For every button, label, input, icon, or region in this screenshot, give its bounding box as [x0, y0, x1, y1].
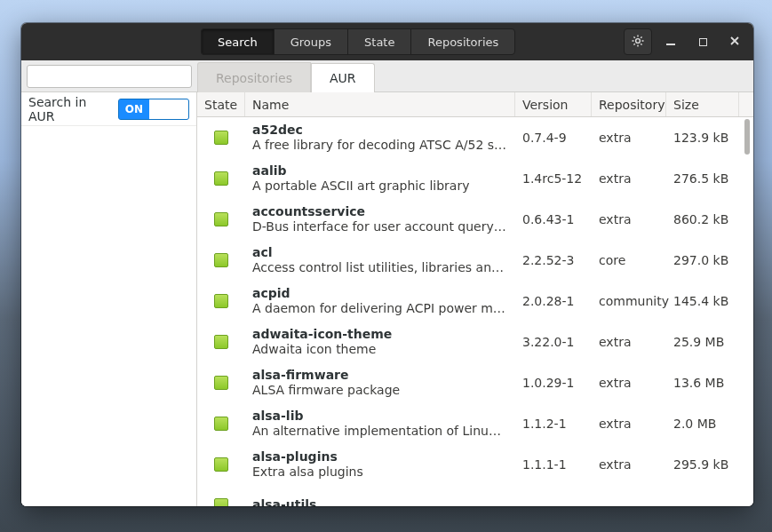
- package-version: 3.22.0-1: [515, 335, 592, 349]
- package-repo: community: [592, 294, 666, 308]
- table-row[interactable]: aalibA portable ASCII art graphic librar…: [197, 158, 753, 199]
- package-size: 860.2 kB: [666, 212, 739, 226]
- package-size: 276.5 kB: [666, 171, 739, 186]
- table-row[interactable]: alsa-libAn alternative implementation of…: [197, 403, 753, 444]
- table-row[interactable]: alsa-pluginsExtra alsa plugins1.1.1-1ext…: [197, 444, 753, 485]
- package-name: a52dec: [252, 123, 508, 139]
- table-row[interactable]: aclAccess control list utilities, librar…: [197, 240, 753, 281]
- installed-indicator-icon: [214, 335, 228, 349]
- col-header-name[interactable]: Name: [245, 92, 515, 116]
- search-in-aur-label: Search in AUR: [28, 95, 111, 123]
- package-version: 2.2.52-3: [515, 253, 592, 267]
- installed-indicator-icon: [214, 131, 228, 145]
- package-name: alsa-utils: [252, 497, 508, 506]
- package-version: 1.1.2-1: [515, 417, 592, 431]
- package-desc: Adwaita icon theme: [252, 342, 508, 358]
- package-name: accountsservice: [252, 204, 508, 220]
- minimize-icon: [666, 44, 675, 45]
- aur-toggle[interactable]: ON: [118, 99, 189, 120]
- source-tab-repositories[interactable]: Repositories: [197, 62, 311, 92]
- minimize-button[interactable]: [657, 28, 684, 55]
- titlebar: SearchGroupsStateRepositories: [21, 23, 753, 60]
- package-repo: extra: [592, 417, 666, 431]
- package-name: acpid: [252, 286, 508, 302]
- aur-toggle-label: ON: [119, 99, 149, 119]
- col-header-state[interactable]: State: [197, 92, 245, 116]
- table-row[interactable]: alsa-utils: [197, 485, 753, 506]
- package-desc: Access control list utilities, libraries…: [252, 260, 508, 276]
- toolbar: RepositoriesAUR: [21, 60, 753, 92]
- scrollbar[interactable]: [743, 119, 752, 504]
- view-tabs: SearchGroupsStateRepositories: [201, 28, 515, 55]
- package-size: 297.0 kB: [666, 253, 739, 267]
- installed-indicator-icon: [214, 294, 228, 308]
- col-header-version[interactable]: Version: [515, 92, 592, 116]
- table-body: a52decA free library for decoding ATSC A…: [197, 117, 753, 506]
- package-repo: extra: [592, 131, 666, 145]
- package-size: 145.4 kB: [666, 294, 739, 308]
- package-desc: ALSA firmware package: [252, 383, 508, 399]
- package-name: acl: [252, 245, 508, 261]
- package-desc: A daemon for delivering ACPI power manag…: [252, 301, 508, 317]
- table-row[interactable]: acpidA daemon for delivering ACPI power …: [197, 281, 753, 322]
- package-table: State Name Version Repository Size a52de…: [197, 92, 753, 506]
- sidebar: Search in AUR ON: [21, 92, 197, 506]
- table-header: State Name Version Repository Size: [197, 92, 753, 117]
- package-version: 0.6.43-1: [515, 212, 592, 226]
- package-repo: extra: [592, 335, 666, 349]
- table-row[interactable]: alsa-firmwareALSA firmware package1.0.29…: [197, 362, 753, 403]
- package-name: adwaita-icon-theme: [252, 327, 508, 343]
- package-version: 1.4rc5-12: [515, 171, 592, 186]
- tab-repositories[interactable]: Repositories: [410, 28, 515, 55]
- tab-search[interactable]: Search: [201, 28, 274, 55]
- package-version: 1.0.29-1: [515, 376, 592, 390]
- search-input[interactable]: [27, 65, 192, 88]
- package-size: 2.0 MB: [666, 417, 739, 431]
- table-row[interactable]: a52decA free library for decoding ATSC A…: [197, 117, 753, 158]
- gear-icon: [631, 34, 645, 51]
- source-tabs: RepositoriesAUR: [197, 60, 375, 91]
- content-area: Search in AUR ON State Name Version Repo…: [21, 92, 753, 506]
- package-desc: An alternative implementation of Linux s…: [252, 424, 508, 440]
- table-row[interactable]: accountsserviceD-Bus interface for user …: [197, 199, 753, 240]
- settings-button[interactable]: [624, 28, 652, 55]
- close-button[interactable]: [721, 28, 748, 55]
- package-size: 123.9 kB: [666, 131, 739, 145]
- col-header-size[interactable]: Size: [666, 92, 739, 116]
- package-desc: D-Bus interface for user account query a…: [252, 219, 508, 235]
- installed-indicator-icon: [214, 417, 228, 431]
- package-repo: extra: [592, 376, 666, 390]
- installed-indicator-icon: [214, 253, 228, 267]
- package-repo: extra: [592, 457, 666, 472]
- package-repo: core: [592, 253, 666, 267]
- package-repo: extra: [592, 212, 666, 226]
- app-window: SearchGroupsStateRepositories: [21, 23, 753, 506]
- package-size: 295.9 kB: [666, 457, 739, 472]
- maximize-icon: [699, 38, 707, 46]
- package-name: alsa-plugins: [252, 449, 508, 465]
- installed-indicator-icon: [214, 376, 228, 390]
- installed-indicator-icon: [214, 498, 228, 506]
- package-name: aalib: [252, 163, 508, 179]
- package-repo: extra: [592, 171, 666, 186]
- installed-indicator-icon: [214, 171, 228, 186]
- package-desc: A free library for decoding ATSC A/52 st…: [252, 138, 508, 154]
- scrollbar-thumb[interactable]: [744, 119, 750, 155]
- tab-state[interactable]: State: [347, 28, 410, 55]
- package-version: 0.7.4-9: [515, 131, 592, 145]
- search-in-aur-row: Search in AUR ON: [21, 92, 196, 126]
- package-name: alsa-lib: [252, 409, 508, 425]
- installed-indicator-icon: [214, 212, 228, 226]
- package-size: 13.6 MB: [666, 376, 739, 390]
- table-row[interactable]: adwaita-icon-themeAdwaita icon theme3.22…: [197, 322, 753, 362]
- package-name: alsa-firmware: [252, 368, 508, 384]
- close-icon: [729, 35, 740, 49]
- source-tab-aur[interactable]: AUR: [311, 63, 375, 93]
- package-desc: Extra alsa plugins: [252, 465, 508, 480]
- col-header-repo[interactable]: Repository: [592, 92, 666, 116]
- tab-groups[interactable]: Groups: [274, 28, 347, 55]
- maximize-button[interactable]: [689, 28, 716, 55]
- package-version: 2.0.28-1: [515, 294, 592, 308]
- package-size: 25.9 MB: [666, 335, 739, 349]
- package-desc: A portable ASCII art graphic library: [252, 179, 508, 195]
